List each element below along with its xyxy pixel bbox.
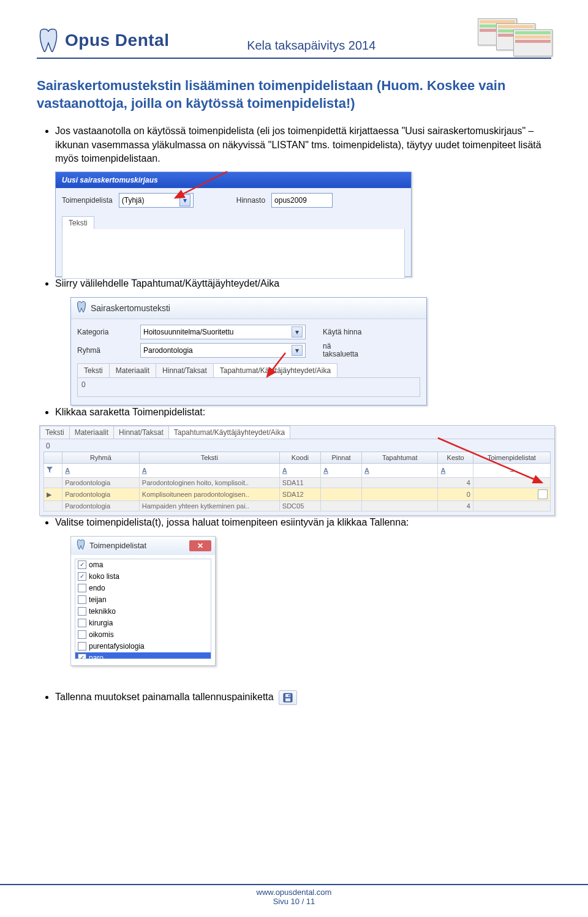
shot3-col-header[interactable]: Toimenpidelistat	[473, 452, 550, 464]
list-item[interactable]: teijan	[75, 594, 211, 606]
header-thumbnails	[478, 18, 551, 53]
bullet-1: Jos vastaanotolla on käytössä toimenpide…	[55, 124, 551, 165]
shot4-title: Toimenpidelistat	[89, 541, 146, 550]
chevron-down-icon[interactable]: ▾	[292, 345, 303, 356]
footer-page: Sivu 10 / 11	[0, 897, 588, 906]
shot3-tab[interactable]: Hinnat/Taksat	[113, 426, 169, 439]
checkbox[interactable]	[78, 560, 86, 569]
shot1-toimenpidelista-dropdown[interactable]: (Tyhjä) ▾	[119, 193, 194, 208]
list-item[interactable]: kirurgia	[75, 617, 211, 629]
checkbox[interactable]	[78, 607, 86, 616]
shot2-kategoria-value: Hoitosuunnitelma/Suoritettu	[143, 328, 233, 336]
shot2-ryhma-dropdown[interactable]: Parodontologia ▾	[140, 343, 306, 358]
shot2-right2a: nä	[323, 342, 331, 350]
shot2-right1: Käytä hinna	[323, 328, 361, 336]
shot3-col-header[interactable]: Ryhmä	[62, 452, 140, 464]
shot2-below-value: 0	[77, 378, 420, 397]
checkbox[interactable]	[78, 572, 86, 581]
list-item-label: purentafysiologia	[89, 642, 145, 651]
shot3-tab[interactable]: Tapahtumat/Käyttäjäyhteydet/Aika	[168, 426, 290, 439]
list-item-label: oma	[89, 560, 103, 569]
shot3-col-header[interactable]: Tapahtumat	[361, 452, 438, 464]
list-item[interactable]: oma	[75, 559, 211, 571]
shot2-tab[interactable]: Tapahtumat/Käyttäjäyhteydet/Aika	[213, 363, 337, 377]
list-item[interactable]: koko lista	[75, 571, 211, 583]
tooth-small-icon	[76, 301, 87, 315]
shot3-table: RyhmäTekstiKoodiPinnatTapahtumatKestoToi…	[43, 451, 551, 511]
shot1-hinnasto-dropdown[interactable]: opus2009	[271, 193, 333, 208]
shot2-tab[interactable]: Hinnat/Taksat	[156, 363, 214, 377]
shot3-filter-cell[interactable]: A	[438, 464, 473, 478]
screenshot-toimenpidelistat-dialog: Toimenpidelistat ✕ omakoko listaendoteij…	[70, 536, 216, 666]
bullet-4: Valitse toimenpidelista(t), jossa haluat…	[55, 516, 551, 529]
footer-url: www.opusdental.com	[0, 888, 588, 897]
checkbox[interactable]	[78, 642, 86, 651]
table-row[interactable]: ParodontologiaHampaiden yhteen kytkemine…	[44, 501, 551, 511]
save-icon[interactable]	[279, 690, 297, 705]
svg-rect-5	[285, 698, 290, 701]
bullet-2: Siirry välilehdelle Tapahtumat/Käyttäjäy…	[55, 277, 551, 290]
list-item[interactable]: teknikko	[75, 606, 211, 617]
shot2-kategoria-dropdown[interactable]: Hoitosuunnitelma/Suoritettu ▾	[140, 325, 306, 339]
shot3-tab[interactable]: Materiaalit	[69, 426, 114, 439]
close-icon[interactable]: ✕	[189, 540, 211, 551]
shot2-right2b: taksaluetta	[323, 350, 358, 358]
screenshot-sairaskertomusteksti: Sairaskertomusteksti Kategoria Hoitosuun…	[70, 297, 427, 406]
shot3-filter-cell[interactable]: A	[361, 464, 438, 478]
shot3-col-header[interactable]: Teksti	[139, 452, 279, 464]
shot3-tab[interactable]: Teksti	[40, 426, 70, 439]
list-item[interactable]: endo	[75, 583, 211, 594]
shot3-filter-cell[interactable]: A	[62, 464, 140, 478]
shot1-toimenpidelista-label: Toimenpidelista	[62, 196, 113, 205]
list-item-label: paro	[89, 654, 104, 659]
shot2-tab[interactable]: Materiaalit	[109, 363, 156, 377]
shot3-under-value: 0	[43, 440, 551, 451]
checkbox[interactable]	[78, 630, 86, 639]
list-item-label: koko lista	[89, 572, 119, 581]
list-item[interactable]: oikomis	[75, 629, 211, 641]
tooth-icon	[37, 28, 60, 53]
checkbox[interactable]	[78, 584, 86, 592]
bullet-5-text: Tallenna muutokset painamalla tallennusp…	[55, 692, 274, 702]
shot2-ryhma-label: Ryhmä	[77, 346, 135, 355]
shot3-filter-cell[interactable]: A	[321, 464, 362, 478]
table-row[interactable]: ▶ParodontologiaKomplisoituneen parodonto…	[44, 488, 551, 501]
table-row[interactable]: ParodontologiaParodontologinen hoito, ko…	[44, 478, 551, 488]
shot1-hinnasto-value: opus2009	[274, 196, 330, 205]
shot3-col-header[interactable]: Koodi	[279, 452, 320, 464]
shot1-textarea[interactable]	[62, 229, 405, 279]
shot1-hinnasto-label: Hinnasto	[236, 196, 265, 205]
shot3-tabs: TekstiMateriaalitHinnat/TaksatTapahtumat…	[40, 426, 554, 439]
chevron-down-icon[interactable]: ▾	[179, 194, 190, 206]
list-item[interactable]: paro	[75, 652, 211, 659]
shot3-filter-cell[interactable]: A	[279, 464, 320, 478]
screenshot-toimenpidelistat-table: TekstiMateriaalitHinnat/TaksatTapahtumat…	[39, 425, 555, 516]
shot1-toimenpidelista-value: (Tyhjä)	[122, 196, 177, 205]
checkbox[interactable]	[78, 619, 86, 627]
shot4-listbox[interactable]: omakoko listaendoteijanteknikkokirurgiao…	[75, 559, 211, 659]
shot3-filter-cell[interactable]: =	[473, 464, 550, 478]
shot3-col-header[interactable]: Pinnat	[321, 452, 362, 464]
shot3-filter-cell[interactable]	[44, 464, 62, 478]
doc-header-title: Kela taksapäivitys 2014	[145, 39, 478, 53]
checkbox[interactable]	[78, 654, 86, 659]
list-item-label: endo	[89, 584, 105, 592]
shot3-col-header[interactable]	[44, 452, 62, 464]
page-header: Opus Dental Kela taksapäivitys 2014	[37, 18, 551, 59]
shot2-title: Sairaskertomusteksti	[91, 303, 170, 313]
list-item-label: teknikko	[89, 607, 116, 616]
shot3-filter-cell[interactable]: A	[139, 464, 279, 478]
shot1-titlebar: Uusi sairaskertomuskirjaus	[56, 172, 411, 188]
list-item-label: teijan	[89, 595, 107, 604]
shot2-tab[interactable]: Teksti	[77, 363, 110, 377]
shot3-col-header[interactable]: Kesto	[438, 452, 473, 464]
list-item-label: oikomis	[89, 630, 114, 639]
shot2-kategoria-label: Kategoria	[77, 328, 135, 336]
doc-heading: Sairaskertomustekstin lisääminen toimenp…	[37, 77, 551, 112]
svg-rect-6	[288, 695, 290, 696]
bullet-3: Klikkaa saraketta Toimenpidelistat:	[55, 406, 551, 419]
chevron-down-icon[interactable]: ▾	[292, 326, 303, 338]
shot1-tab-teksti[interactable]: Teksti	[62, 216, 94, 229]
checkbox[interactable]	[78, 595, 86, 604]
list-item[interactable]: purentafysiologia	[75, 641, 211, 652]
